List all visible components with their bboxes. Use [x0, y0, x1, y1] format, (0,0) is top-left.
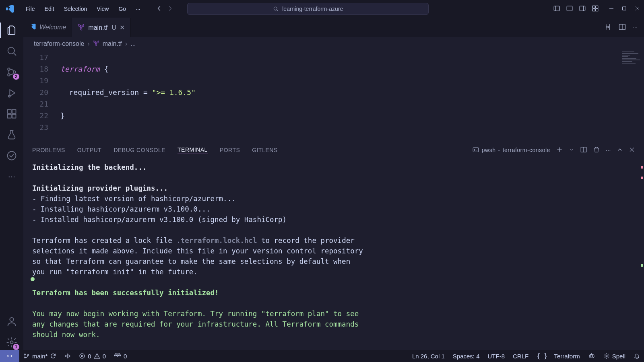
- close-icon[interactable]: ✕: [120, 24, 125, 31]
- svg-point-18: [8, 152, 16, 160]
- terraform-file-icon: [93, 40, 99, 48]
- remote-indicator-icon[interactable]: [0, 350, 19, 362]
- window-close-icon[interactable]: [634, 6, 640, 12]
- menu-view[interactable]: View: [93, 4, 113, 14]
- split-editor-icon[interactable]: [618, 23, 626, 32]
- minimap[interactable]: [622, 51, 642, 75]
- status-problems[interactable]: 0 0: [75, 353, 110, 360]
- panel-tab-terminal[interactable]: TERMINAL: [178, 146, 208, 154]
- status-language[interactable]: { } Terraform: [533, 352, 584, 360]
- vscode-logo-icon: [0, 4, 20, 14]
- activity-debug-icon[interactable]: [4, 85, 19, 101]
- title-bar: File Edit Selection View Go ··· learning…: [0, 0, 644, 18]
- terminal-output[interactable]: Initializing the backend... Initializing…: [23, 159, 644, 350]
- activity-extensions-icon[interactable]: [4, 106, 19, 121]
- nav-arrows: [155, 4, 174, 14]
- more-actions-icon[interactable]: ···: [633, 24, 638, 31]
- chevron-right-icon: ›: [125, 40, 127, 47]
- menu-edit[interactable]: Edit: [41, 4, 58, 14]
- layout-left-icon[interactable]: [553, 5, 560, 13]
- chevron-right-icon: ›: [87, 40, 89, 47]
- compare-changes-icon[interactable]: [604, 23, 612, 32]
- svg-rect-2: [567, 6, 572, 11]
- split-terminal-icon[interactable]: [580, 146, 587, 154]
- status-cursor[interactable]: Ln 26, Col 1: [408, 353, 449, 360]
- svg-rect-15: [8, 114, 11, 118]
- activity-search-icon[interactable]: [4, 43, 19, 59]
- svg-rect-33: [589, 354, 594, 358]
- status-indent[interactable]: Spaces: 4: [449, 353, 484, 360]
- status-graph-icon[interactable]: [60, 353, 75, 359]
- editor-tabs: Welcome main.tf U ✕ ···: [23, 18, 644, 37]
- svg-rect-7: [596, 8, 598, 11]
- scm-badge: 2: [13, 74, 19, 80]
- new-terminal-icon[interactable]: [556, 146, 563, 154]
- status-ports[interactable]: 0: [110, 352, 131, 360]
- status-branch[interactable]: main*: [19, 353, 60, 360]
- menu-file[interactable]: File: [22, 4, 39, 14]
- breadcrumb-folder[interactable]: terraform-console: [34, 40, 84, 47]
- activity-explorer-icon[interactable]: [4, 23, 19, 38]
- tab-modified-indicator: U: [111, 24, 116, 31]
- panel-tab-output[interactable]: OUTPUT: [77, 147, 102, 153]
- more-icon[interactable]: ···: [606, 147, 611, 153]
- window-minimize-icon[interactable]: [609, 6, 614, 12]
- chevron-down-icon[interactable]: [569, 147, 574, 154]
- tab-main-tf[interactable]: main.tf U ✕: [72, 18, 131, 37]
- window-maximize-icon[interactable]: [621, 6, 627, 12]
- panel-tab-debug[interactable]: DEBUG CONSOLE: [114, 147, 165, 153]
- status-bar: main* 0 0 0 Ln 26, Col 1 Spaces: 4 UTF-8…: [0, 350, 644, 362]
- vscode-icon: [29, 23, 36, 32]
- breadcrumb-file[interactable]: main.tf: [103, 40, 122, 47]
- svg-rect-5: [596, 6, 598, 8]
- tab-label: Welcome: [39, 24, 66, 31]
- line-gutter: 17 18 19 20 21 22 23: [23, 51, 56, 133]
- svg-point-26: [28, 354, 29, 356]
- menu-go[interactable]: Go: [114, 4, 130, 14]
- maximize-panel-icon[interactable]: [617, 146, 623, 154]
- activity-account-icon[interactable]: [4, 314, 19, 329]
- layout-bottom-icon[interactable]: [566, 5, 573, 13]
- activity-settings-icon[interactable]: 1: [4, 335, 19, 350]
- svg-rect-3: [580, 6, 585, 11]
- status-eol[interactable]: CRLF: [509, 353, 533, 360]
- terminal-selector[interactable]: pwsh - terraform-console: [472, 146, 550, 154]
- panel-tab-problems[interactable]: PROBLEMS: [32, 147, 65, 153]
- terminal-scrollbar[interactable]: [639, 159, 643, 350]
- status-spell[interactable]: Spell: [599, 353, 630, 360]
- activity-todo-icon[interactable]: [4, 148, 19, 163]
- svg-point-13: [8, 95, 10, 97]
- status-copilot-icon[interactable]: [584, 352, 599, 360]
- svg-rect-22: [473, 148, 479, 152]
- activity-scm-icon[interactable]: 2: [4, 64, 19, 80]
- sync-icon[interactable]: [50, 353, 56, 359]
- svg-rect-8: [623, 6, 626, 10]
- panel-tab-gitlens[interactable]: GITLENS: [252, 147, 277, 153]
- activity-bar: 2 ··· 1: [0, 18, 23, 350]
- menu-selection[interactable]: Selection: [60, 4, 91, 14]
- kill-terminal-icon[interactable]: [593, 146, 600, 154]
- panel-tab-ports[interactable]: PORTS: [220, 147, 240, 153]
- svg-point-19: [10, 318, 13, 321]
- layout-customize-icon[interactable]: [592, 5, 599, 13]
- breadcrumb-tail[interactable]: ...: [130, 40, 136, 47]
- layout-right-icon[interactable]: [579, 5, 586, 13]
- status-bell-icon[interactable]: [630, 353, 644, 359]
- command-center[interactable]: learning-terraform-azure: [187, 3, 429, 15]
- nav-forward-icon[interactable]: [166, 4, 174, 14]
- menu-overflow-icon[interactable]: ···: [132, 4, 144, 14]
- svg-rect-6: [592, 8, 595, 11]
- svg-rect-16: [12, 114, 16, 118]
- activity-testing-icon[interactable]: [4, 127, 19, 142]
- code-editor[interactable]: 17 18 19 20 21 22 23 terraform { require…: [23, 51, 644, 141]
- breadcrumbs[interactable]: terraform-console › main.tf › ...: [23, 37, 644, 51]
- nav-back-icon[interactable]: [155, 4, 163, 14]
- activity-overflow-icon[interactable]: ···: [4, 169, 19, 184]
- status-dot-icon: [31, 277, 35, 281]
- status-encoding[interactable]: UTF-8: [484, 353, 509, 360]
- svg-point-0: [274, 7, 277, 10]
- svg-point-36: [606, 355, 607, 357]
- tab-welcome[interactable]: Welcome: [23, 18, 72, 37]
- close-panel-icon[interactable]: [629, 146, 635, 154]
- menu-bar: File Edit Selection View Go ···: [20, 4, 144, 14]
